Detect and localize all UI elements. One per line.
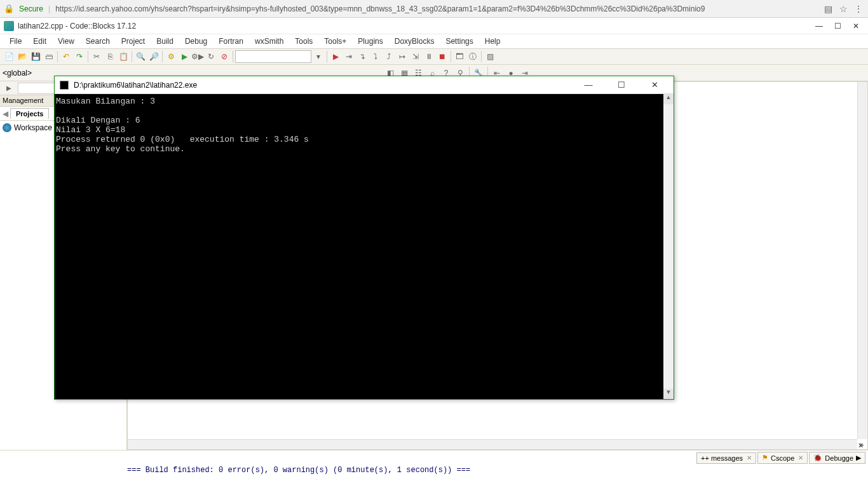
panel-toggle-icon[interactable]: ▶	[3, 82, 15, 95]
menu-search[interactable]: Search	[80, 37, 116, 46]
minimize-icon[interactable]: —	[815, 22, 823, 30]
rebuild-icon[interactable]: ↻	[205, 50, 217, 63]
step-instr-icon[interactable]: ⇲	[409, 50, 422, 63]
target-dropdown-icon[interactable]: ▾	[312, 50, 325, 63]
star-icon[interactable]: ☆	[837, 4, 849, 14]
menu-view[interactable]: View	[52, 37, 80, 46]
menu-bar: File Edit View Search Project Build Debu…	[0, 34, 868, 48]
lock-icon: 🔒	[4, 4, 14, 13]
redo-icon[interactable]: ↷	[73, 50, 86, 63]
browser-menu-icon[interactable]: ⋮	[853, 4, 864, 14]
tab-cscope[interactable]: ⚑Cscope✕	[757, 452, 808, 464]
undo-icon[interactable]: ↶	[60, 50, 72, 63]
cut-icon[interactable]: ✂	[90, 50, 103, 63]
save-icon[interactable]: 💾	[29, 50, 42, 63]
info-icon[interactable]: ⓘ	[466, 50, 479, 63]
tab-debugger[interactable]: 🐞Debugge▶	[809, 452, 865, 464]
tab-close-icon[interactable]: ✕	[745, 454, 752, 461]
debug-windows-icon[interactable]: 🗔	[453, 50, 466, 63]
save-all-icon[interactable]: 🗃	[43, 50, 55, 63]
log-tabs: ++ messages✕ ⚑Cscope✕ 🐞Debugge▶	[696, 452, 865, 464]
log-close-icon[interactable]: ✕	[858, 442, 867, 451]
browser-address-bar: 🔒 Secure | https://id.search.yahoo.com/y…	[0, 0, 868, 18]
copy-icon[interactable]: ⎘	[104, 50, 116, 63]
menu-wxsmith[interactable]: wxSmith	[249, 37, 289, 46]
menu-edit[interactable]: Edit	[27, 37, 52, 46]
run-icon[interactable]: ▶	[178, 50, 191, 63]
console-maximize-icon[interactable]: ☐	[607, 76, 635, 94]
menu-plugins[interactable]: Plugins	[352, 37, 388, 46]
stop-debug-icon[interactable]: ⏹	[436, 50, 449, 63]
menu-tools[interactable]: Tools	[289, 37, 318, 46]
console-close-icon[interactable]: ✕	[641, 76, 668, 94]
scroll-down-icon[interactable]: ▼	[663, 389, 674, 399]
url-text[interactable]: https://id.search.yahoo.com/yhs/search?h…	[55, 4, 817, 13]
log-panel: ✕ ++ messages✕ ⚑Cscope✕ 🐞Debugge▶ === Bu…	[0, 450, 868, 488]
build-icon[interactable]: ⚙	[165, 50, 177, 63]
build-target-select[interactable]	[235, 50, 311, 63]
tab-close-icon[interactable]: ✕	[797, 454, 803, 461]
menu-build[interactable]: Build	[151, 37, 179, 46]
reader-icon[interactable]: ▤	[822, 4, 834, 14]
codeblocks-logo-icon	[4, 21, 14, 31]
build-run-icon[interactable]: ⚙▶	[191, 50, 204, 63]
next-instr-icon[interactable]: ↦	[396, 50, 409, 63]
console-titlebar[interactable]: D:\praktikum6\latihan2\latihan22.exe — ☐…	[55, 76, 674, 94]
tab-projects[interactable]: Projects	[10, 108, 49, 119]
ide-titlebar: latihan22.cpp - Code::Blocks 17.12 — ☐ ✕	[0, 18, 868, 34]
open-icon[interactable]: 📂	[16, 50, 29, 63]
console-icon	[60, 81, 69, 90]
window-title: latihan22.cpp - Code::Blocks 17.12	[18, 22, 811, 30]
menu-doxyblocks[interactable]: DoxyBlocks	[389, 37, 440, 46]
find-icon[interactable]: 🔍	[134, 50, 147, 63]
step-out-icon[interactable]: ⤴	[383, 50, 395, 63]
menu-file[interactable]: File	[4, 37, 27, 46]
vertical-scrollbar[interactable]	[857, 82, 867, 439]
scroll-up-icon[interactable]: ▲	[663, 94, 674, 104]
console-scrollbar[interactable]: ▲ ▼	[663, 94, 674, 399]
misc-icon[interactable]: ▨	[484, 50, 496, 63]
console-window: D:\praktikum6\latihan2\latihan22.exe — ☐…	[54, 76, 674, 400]
menu-help[interactable]: Help	[479, 37, 506, 46]
workspace-label: Workspace	[14, 123, 52, 132]
menu-settings[interactable]: Settings	[440, 37, 478, 46]
menu-project[interactable]: Project	[116, 37, 151, 46]
toolbar-main: 📄 📂 💾 🗃 ↶ ↷ ✂ ⎘ 📋 🔍 🔎 ⚙ ▶ ⚙▶ ↻ ⊘ ▾ ▶ ⇥ ↴…	[0, 48, 868, 65]
break-icon[interactable]: ⏸	[423, 50, 435, 63]
console-title: D:\praktikum6\latihan2\latihan22.exe	[74, 81, 569, 90]
maximize-icon[interactable]: ☐	[834, 22, 841, 30]
console-output[interactable]: Masukan Bilangan : 3 Dikali Dengan : 6 N…	[55, 94, 674, 399]
separator: |	[48, 4, 50, 13]
menu-toolsplus[interactable]: Tools+	[318, 37, 352, 46]
horizontal-scrollbar[interactable]	[128, 439, 857, 449]
debug-start-icon[interactable]: ▶	[329, 50, 342, 63]
next-line-icon[interactable]: ↴	[356, 50, 369, 63]
paste-icon[interactable]: 📋	[117, 50, 130, 63]
workspace-icon	[3, 123, 11, 132]
tab-messages[interactable]: ++ messages✕	[696, 452, 756, 464]
close-icon[interactable]: ✕	[853, 22, 859, 30]
abort-icon[interactable]: ⊘	[218, 50, 231, 63]
new-file-icon[interactable]: 📄	[3, 50, 15, 63]
console-minimize-icon[interactable]: —	[574, 76, 602, 94]
replace-icon[interactable]: 🔎	[147, 50, 160, 63]
menu-debug[interactable]: Debug	[179, 37, 213, 46]
menu-fortran[interactable]: Fortran	[213, 37, 249, 46]
step-into-icon[interactable]: ⤵	[369, 50, 382, 63]
tab-scroll-left-icon[interactable]: ◀	[0, 109, 10, 118]
tab-scroll-right-icon[interactable]: ▶	[856, 454, 861, 462]
run-to-cursor-icon[interactable]: ⇥	[342, 50, 355, 63]
secure-label: Secure	[19, 4, 43, 13]
